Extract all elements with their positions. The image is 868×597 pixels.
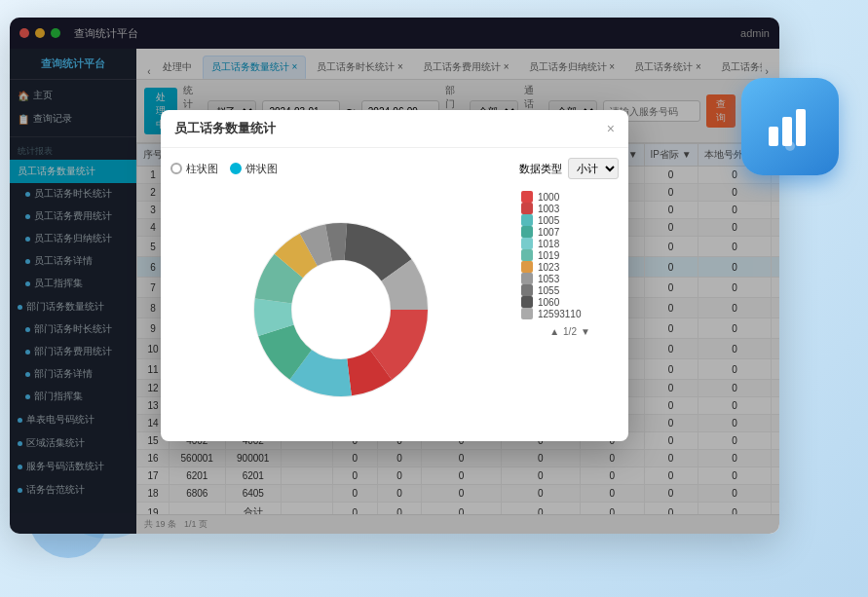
- modal-title: 员工话务数量统计: [174, 120, 276, 137]
- legend-item: 1053: [521, 273, 619, 284]
- data-type-label: 数据类型: [519, 162, 562, 176]
- modal-overlay[interactable]: 员工话务数量统计 × 柱状图 饼状图: [10, 18, 779, 534]
- modal-dialog: 员工话务数量统计 × 柱状图 饼状图: [161, 110, 628, 441]
- legend-items: 1000100310051007101810191023105310551060…: [521, 191, 619, 319]
- bar-chart-label: 柱状图: [186, 162, 218, 176]
- legend-label: 1018: [538, 239, 559, 249]
- bar-chart-option[interactable]: 柱状图: [170, 162, 218, 176]
- legend-label: 1003: [538, 204, 559, 214]
- donut-chart-svg: [244, 212, 438, 407]
- legend-label: 1019: [538, 250, 559, 261]
- legend-color-swatch: [521, 308, 533, 319]
- svg-point-5: [292, 261, 390, 358]
- legend-item: 1000: [521, 191, 619, 203]
- modal-header: 员工话务数量统计 ×: [161, 110, 628, 148]
- legend-color-swatch: [521, 214, 533, 226]
- pagination-text: 1/2: [563, 326, 577, 337]
- legend-color-swatch: [521, 191, 533, 203]
- legend-area: 1000100310051007101810191023105310551060…: [521, 187, 619, 431]
- donut-chart-container: [170, 187, 511, 431]
- legend-item: 12593110: [521, 308, 619, 319]
- data-type-select[interactable]: 小计: [568, 158, 619, 179]
- legend-label: 1055: [538, 285, 559, 296]
- pie-chart-label: 饼状图: [245, 162, 278, 176]
- legend-color-swatch: [521, 203, 533, 214]
- svg-rect-0: [769, 127, 778, 146]
- legend-item: 1005: [521, 214, 619, 226]
- legend-label: 1007: [538, 227, 559, 238]
- legend-label: 1005: [538, 215, 559, 226]
- modal-controls: 柱状图 饼状图 数据类型 小计: [170, 158, 619, 179]
- legend-item: 1007: [521, 226, 619, 238]
- legend-item: 1019: [521, 249, 619, 261]
- legend-color-swatch: [521, 296, 533, 308]
- type-selector: 数据类型 小计: [519, 158, 619, 179]
- prev-page-icon[interactable]: ▲: [549, 326, 559, 337]
- legend-label: 1053: [538, 274, 559, 284]
- legend-color-swatch: [521, 238, 533, 249]
- svg-rect-2: [796, 109, 806, 146]
- legend-item: 1023: [521, 261, 619, 273]
- legend-label: 1000: [538, 192, 559, 203]
- legend-color-swatch: [521, 261, 533, 273]
- pie-chart-option[interactable]: 饼状图: [230, 162, 278, 176]
- legend-color-swatch: [521, 284, 533, 296]
- legend-item: 1018: [521, 238, 619, 249]
- legend-item: 1055: [521, 284, 619, 296]
- legend-pagination: ▲ 1/2 ▼: [521, 326, 619, 337]
- legend-label: 12593110: [538, 309, 582, 319]
- legend-label: 1060: [538, 297, 559, 308]
- svg-point-3: [785, 141, 795, 151]
- legend-label: 1023: [538, 262, 559, 273]
- next-page-icon[interactable]: ▼: [581, 326, 590, 337]
- legend-item: 1060: [521, 296, 619, 308]
- legend-item: 1003: [521, 203, 619, 214]
- modal-body: 柱状图 饼状图 数据类型 小计: [161, 148, 628, 441]
- bar-chart-radio[interactable]: [170, 163, 182, 174]
- legend-color-swatch: [521, 249, 533, 261]
- main-window: 查询统计平台 admin 查询统计平台 🏠 主页 📋 查询记录 统计报表 员工话…: [10, 18, 779, 534]
- legend-color-swatch: [521, 273, 533, 284]
- chart-type-radio: 柱状图 饼状图: [170, 162, 278, 176]
- modal-close-btn[interactable]: ×: [607, 121, 615, 136]
- chart-area: 1000100310051007101810191023105310551060…: [170, 187, 619, 431]
- app-icon[interactable]: [741, 78, 839, 175]
- legend-color-swatch: [521, 226, 533, 238]
- pie-chart-radio[interactable]: [230, 163, 242, 174]
